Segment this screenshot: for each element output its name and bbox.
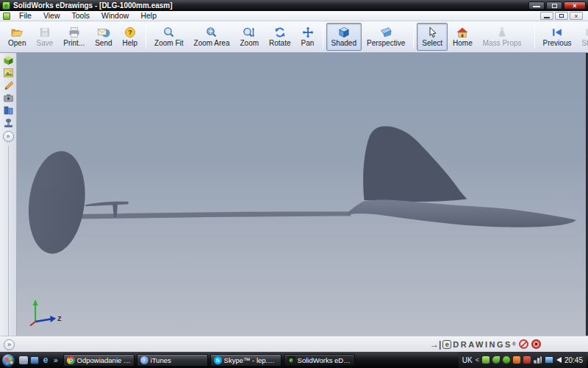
toolbar-separator	[146, 25, 146, 49]
tray-app-icon[interactable]	[492, 356, 500, 364]
menu-tools[interactable]: Tools	[66, 11, 96, 21]
sidebar-tab-snapshot[interactable]	[1, 92, 15, 103]
language-indicator[interactable]: UK	[462, 356, 473, 364]
taskbar-button-itunes[interactable]: ♪ iTunes	[137, 354, 208, 367]
send-button[interactable]: Send	[90, 23, 117, 51]
document-icon	[3, 13, 10, 20]
quicklaunch-overflow-chevron[interactable]: »	[52, 356, 60, 364]
far-wing-panel	[363, 126, 467, 202]
network-signal-icon[interactable]	[534, 356, 542, 364]
previous-icon	[551, 26, 564, 38]
triad-z-label: Z	[57, 315, 61, 322]
skype-icon: S	[214, 356, 222, 364]
vertical-fin	[23, 148, 90, 257]
glider-model: Z	[17, 53, 586, 336]
system-tray: UK < 20:45	[459, 352, 587, 368]
menu-bar: File View Tools Window Help ×	[0, 11, 588, 21]
chrome-icon	[67, 356, 75, 364]
restore-icon	[559, 14, 564, 18]
save-floppy-icon	[38, 26, 51, 38]
menu-file[interactable]: File	[13, 11, 37, 21]
tray-collapse-chevron[interactable]: <	[476, 356, 479, 364]
menu-view[interactable]: View	[37, 11, 66, 21]
child-close-button[interactable]: ×	[570, 12, 583, 20]
select-cursor-icon	[426, 26, 439, 38]
volume-icon[interactable]	[556, 357, 562, 363]
stamp-icon	[3, 118, 14, 128]
print-button[interactable]: Print...	[58, 23, 90, 51]
taskbar-button-browser[interactable]: Odpowiadanie w te...	[63, 354, 135, 367]
previous-button[interactable]: Previous	[538, 23, 577, 51]
close-button[interactable]: ×	[564, 1, 586, 10]
quicklaunch-mail-icon[interactable]	[19, 356, 28, 364]
pan-button[interactable]: Pan	[296, 23, 320, 51]
perspective-icon	[379, 26, 392, 38]
edrawings-icon: e	[287, 356, 295, 364]
restore-icon	[552, 4, 557, 8]
shaded-button[interactable]: Shaded	[326, 23, 362, 51]
taskbar: e » Odpowiadanie w te... ♪ iTunes S Skyp…	[0, 352, 588, 368]
mass-props-button: Mass Props	[478, 23, 527, 51]
send-envelope-icon	[97, 26, 110, 38]
printer-icon	[68, 26, 81, 38]
rotate-button[interactable]: Rotate	[264, 23, 295, 51]
main-wing	[347, 200, 576, 227]
model-viewport[interactable]: Z	[17, 53, 588, 336]
quick-launch: e »	[18, 356, 61, 364]
start-button[interactable]	[1, 353, 15, 367]
rotate-icon	[273, 26, 287, 38]
network-monitor-icon[interactable]	[545, 356, 553, 364]
sidebar-tab-stamp[interactable]	[1, 117, 15, 128]
quicklaunch-internet-explorer-icon[interactable]: e	[41, 356, 50, 364]
sidebar-tab-markup[interactable]	[1, 79, 15, 91]
taskbar-button-edrawings[interactable]: e SolidWorks eDrawin...	[284, 354, 355, 367]
toolbar-expand-button[interactable]: »	[4, 339, 15, 350]
select-button[interactable]: Select	[417, 23, 448, 51]
taskbar-button-skype[interactable]: S Skype™ - lep.shop	[210, 354, 282, 367]
tray-app-icon[interactable]	[523, 356, 531, 364]
sidebar-tab-edrawings-file[interactable]	[1, 54, 15, 66]
menu-window[interactable]: Window	[96, 11, 135, 21]
child-minimize-button[interactable]	[540, 12, 553, 20]
minimize-icon	[533, 6, 540, 7]
minimize-button[interactable]	[528, 1, 545, 10]
quicklaunch-show-desktop-icon[interactable]	[30, 356, 39, 364]
toolbar-separator	[534, 25, 535, 49]
zoom-icon	[243, 26, 256, 38]
feature-alert-icon	[531, 339, 541, 349]
minimize-icon	[544, 13, 550, 18]
stop-button: Stop	[576, 23, 588, 51]
tray-app-icon[interactable]	[482, 356, 490, 364]
taskbar-clock[interactable]: 20:45	[564, 356, 583, 364]
markup-pencil-icon	[3, 80, 14, 91]
stop-icon	[583, 26, 588, 38]
sidebar-tab-components[interactable]	[1, 105, 15, 116]
zoom-area-button[interactable]: Zoom Area	[189, 23, 235, 51]
tray-app-icon[interactable]	[513, 356, 520, 364]
home-button[interactable]: Home	[448, 23, 478, 51]
sidebar-tab-layers[interactable]	[1, 67, 15, 78]
panel-expand-button[interactable]: »	[3, 131, 14, 142]
zoom-button[interactable]: Zoom	[234, 23, 264, 51]
zoom-fit-button[interactable]: Zoom Fit	[149, 23, 188, 51]
shaded-cube-icon	[337, 26, 351, 38]
edrawings-watermark: →| e DRAWINGS ®	[430, 336, 541, 352]
perspective-button[interactable]: Perspective	[362, 23, 410, 51]
open-button[interactable]: Open	[3, 23, 31, 51]
panel-splitter[interactable]	[8, 146, 9, 336]
restore-button[interactable]	[546, 1, 562, 10]
help-button[interactable]: ? Help	[118, 23, 143, 51]
child-restore-button[interactable]	[555, 12, 568, 20]
toolbar-separator	[413, 25, 414, 49]
registered-mark: ®	[512, 342, 516, 347]
camera-icon	[3, 93, 14, 103]
home-icon	[456, 26, 469, 38]
itunes-icon: ♪	[140, 356, 148, 364]
menu-help[interactable]: Help	[135, 11, 162, 21]
svg-text:?: ?	[128, 29, 132, 36]
tray-app-icon[interactable]	[503, 356, 510, 364]
layers-icon	[3, 68, 14, 78]
components-icon	[3, 105, 14, 116]
pan-icon	[301, 26, 315, 38]
main-toolbar: Open Save Print... Send ? Help Zoom Fit …	[0, 21, 588, 53]
